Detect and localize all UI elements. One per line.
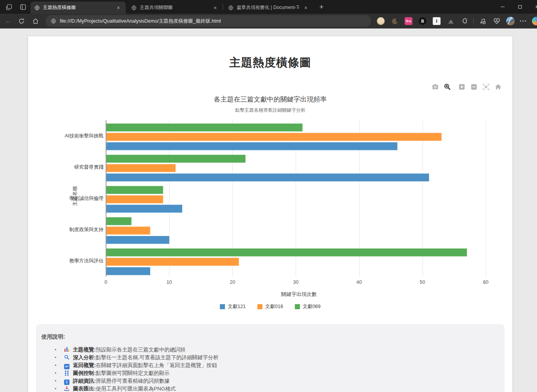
dark-mode-extension-icon[interactable] [391,17,399,25]
home-icon[interactable] [31,17,40,25]
instruction-item: 圖例控制:點擊圖例可開關特定文獻的顯示 [55,369,497,377]
legend-label: 文獻121 [228,303,246,310]
tab-document-topic[interactable]: 篇章共現視覺化 | Document-Topi × [224,2,313,14]
globe-favicon [34,5,40,11]
triangle-stack-extension-icon[interactable] [447,17,455,25]
browser-essentials-heart-icon[interactable] [493,17,501,25]
x-tick-label: 40 [351,280,367,285]
settings-menu-icon[interactable]: ··· [519,17,527,25]
tab-topic-heat[interactable]: 主題熱度橫條圖 × [30,2,126,14]
y-category-label[interactable]: 研究督導實踐 [33,164,103,170]
immersive-reader-extension-icon[interactable]: I [433,17,441,25]
bar-文獻121[interactable] [106,205,182,213]
refresh-icon[interactable] [17,17,26,25]
instructions-heading: 使用說明: [41,333,497,340]
x-tick-label: 30 [288,280,303,285]
bar-文獻121[interactable] [106,173,429,182]
window-close-button[interactable]: × [528,0,537,14]
avatar-extension-icon[interactable] [377,17,385,25]
url-text: file:///D:/MyProjects/QualitativeAnalysi… [60,18,221,25]
bar-文獻121[interactable] [106,236,169,244]
zoom-in-icon[interactable] [457,82,466,91]
vertical-tabs-icon[interactable] [19,3,27,11]
info-icon: i [64,380,70,385]
autoscale-icon[interactable] [481,82,491,91]
instruction-item: 圖表匯出:使用工具列可匯出圖表為PNG格式 [55,385,497,392]
legend-control-icon [64,370,70,376]
window-maximize-button[interactable] [511,0,528,14]
bar-文獻121[interactable] [106,142,398,150]
bar-文獻016[interactable] [106,226,150,235]
browser-navbar: ← file:///D:/MyProjects/QualitativeAnaly… [0,14,537,29]
legend-swatch [295,304,300,309]
plotly-modebar [430,82,503,91]
y-category-label[interactable]: 學術誠信與倫理 [33,195,103,201]
tab-close-icon[interactable]: × [302,5,309,11]
chart-subtitle: 點擊主題名稱查看詳細關鍵字分析 [28,107,512,114]
bar-文獻069[interactable] [106,217,132,225]
address-bar[interactable]: file:///D:/MyProjects/QualitativeAnalysi… [46,15,371,27]
page-viewport: 主題熱度橫條圖 各主題在三篇文獻中的關鍵字出現頻率 點擊主題名稱查看詳細關鍵字分… [0,29,537,392]
new-tab-button[interactable]: + [317,3,326,11]
y-category-label[interactable]: 教學方法與評估 [33,258,103,264]
tab-cooccurrence[interactable]: 主題共現關聯圖 × [127,2,223,14]
instructions-panel: 使用說明: 主題概覽:預設顯示各主題在三篇文獻中的總詞頻 深入分析:點擊任一主題… [36,324,505,392]
instruction-item: 深入分析:點擊任一主題名稱,可查看該主題下的詳細關鍵字分析 [55,354,497,362]
instruction-item: i 詳細資訊:滑鼠懸停可查看精確的詞頻數據 [55,377,497,385]
chart-legend: 文獻121文獻016文獻069 [28,303,512,310]
bar-文獻121[interactable] [106,267,150,275]
window-minimize-button[interactable] [494,0,511,14]
tab-close-icon[interactable]: × [212,5,219,11]
x-tick-label: 50 [415,280,430,285]
bar-文獻016[interactable] [106,195,163,203]
tab-title: 主題共現關聯圖 [140,4,209,11]
legend-item-文獻121[interactable]: 文獻121 [220,303,246,310]
reset-home-icon[interactable] [493,82,503,91]
bar-文獻069[interactable] [106,248,467,257]
back-icon[interactable]: ← [4,17,12,25]
y-category-label[interactable]: AI技術衝擊與挑戰 [33,133,103,139]
bar-文獻016[interactable] [106,164,176,172]
legend-item-文獻069[interactable]: 文獻069 [295,303,321,310]
y-category-label[interactable]: 制度政策與支持 [33,226,103,233]
tab-title: 篇章共現視覺化 | Document-Topi [237,4,299,11]
export-icon [64,386,70,391]
x-tick-label: 0 [98,280,114,285]
legend-item-文獻016[interactable]: 文獻016 [257,303,283,310]
bar-chart-icon [64,347,70,352]
tab-title: 主題熱度橫條圖 [43,4,112,11]
globe-favicon [228,5,234,11]
x-tick-label: 20 [225,280,240,285]
legend-label: 文獻016 [265,303,283,310]
globe-favicon [131,5,137,11]
bar-文獻016[interactable] [106,258,239,266]
globe-icon [51,18,56,24]
x-axis-title: 關鍵字出現次數 [106,291,492,298]
instruction-item: 主題概覽:預設顯示各主題在三篇文獻中的總詞頻 [55,346,497,354]
workspaces-icon[interactable] [5,3,13,11]
zoom-tool-icon[interactable] [442,82,452,91]
dark-circle-extension-icon[interactable]: B [419,17,426,25]
bar-文獻069[interactable] [106,155,246,163]
extensions-puzzle-icon[interactable] [461,17,469,25]
return-icon: ↩ [64,364,70,369]
legend-label: 文獻069 [303,303,321,310]
plot-area [106,120,492,276]
translate-extension-icon[interactable]: 中A [405,17,412,25]
zoom-out-icon[interactable] [469,82,478,91]
bar-文獻069[interactable] [106,123,303,132]
browser-titlebar: 主題熱度橫條圖 × 主題共現關聯圖 × 篇章共現視覺化 | Document-T… [0,0,537,14]
legend-swatch [220,304,225,309]
copilot-icon[interactable] [532,17,537,25]
instruction-item: ↩ 返回概覽:在關鍵字詳細頁面點擊右上角「返回主題概覽」按鈕 [55,362,497,369]
instructions-list: 主題概覽:預設顯示各主題在三篇文獻中的總詞頻 深入分析:點擊任一主題名稱,可查看… [55,346,497,392]
chart-title: 各主題在三篇文獻中的關鍵字出現頻率 [28,95,512,104]
tab-close-icon[interactable]: × [115,5,122,11]
x-tick-label: 10 [161,280,177,285]
bar-文獻069[interactable] [106,186,163,194]
bar-文獻016[interactable] [106,133,442,141]
x-tick-label: 60 [478,280,494,285]
download-camera-icon[interactable] [430,82,440,91]
media-controls-icon[interactable] [479,17,487,25]
profile-avatar[interactable] [506,17,515,25]
